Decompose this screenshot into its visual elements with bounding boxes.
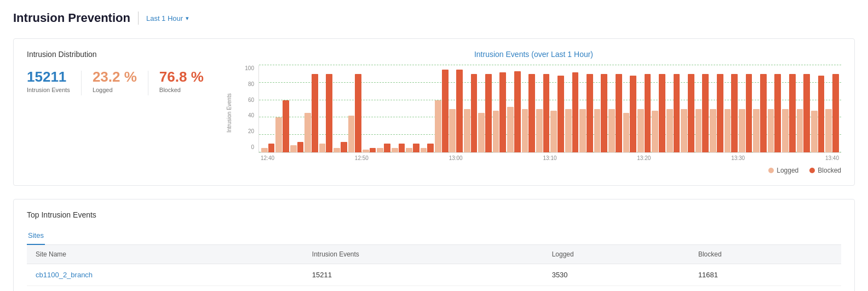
bar-pair — [435, 65, 448, 152]
bar-logged — [261, 148, 268, 152]
bar-pair — [464, 65, 477, 152]
tabs: Sites — [27, 227, 841, 245]
bar-logged — [290, 145, 297, 152]
table-header-row: Site Name Intrusion Events Logged Blocke… — [27, 245, 841, 264]
x-label-1340: 13:40 — [825, 155, 839, 161]
bar-blocked — [312, 74, 318, 152]
bar-logged — [652, 111, 658, 152]
bar-blocked — [283, 100, 289, 152]
bar-pair — [319, 65, 332, 152]
bar-pair — [522, 65, 535, 152]
bar-blocked — [499, 72, 506, 152]
bar-logged — [348, 116, 355, 152]
bar-blocked — [355, 74, 361, 152]
page-title: Intrusion Prevention — [13, 11, 130, 25]
y-label-40: 40 — [239, 112, 254, 118]
legend-label-blocked: Blocked — [818, 167, 841, 174]
x-label-1300: 13:00 — [449, 155, 463, 161]
col-site-name: Site Name — [27, 245, 303, 264]
bar-logged — [695, 109, 702, 153]
bar-pair — [493, 65, 506, 152]
bar-blocked — [297, 142, 304, 152]
stat-logged: 23.2 % Logged — [93, 69, 137, 93]
bar-logged — [334, 148, 340, 152]
sites-table: Site Name Intrusion Events Logged Blocke… — [27, 245, 841, 286]
y-label-100: 100 — [239, 65, 254, 71]
chart-legend: Logged Blocked — [226, 167, 841, 174]
bar-logged — [768, 109, 774, 153]
bar-logged — [725, 109, 731, 153]
bar-logged — [522, 109, 528, 153]
chart-area: Intrusion Events 100 80 60 40 20 0 — [226, 65, 841, 161]
stat-blocked: 76.8 % Blocked — [159, 69, 204, 93]
bar-logged — [363, 150, 369, 152]
bar-blocked — [370, 148, 376, 152]
chart-main: 12:40 12:50 13:00 13:10 13:20 13:30 13:4… — [258, 65, 841, 161]
bar-logged — [392, 148, 398, 152]
bar-logged — [275, 117, 282, 152]
x-label-1310: 13:10 — [543, 155, 556, 161]
header-divider — [138, 12, 139, 25]
legend-dot-logged — [768, 168, 774, 173]
bar-pair — [478, 65, 491, 152]
bar-logged — [507, 107, 514, 152]
bar-pair — [652, 65, 665, 152]
bar-blocked — [341, 142, 347, 152]
bar-logged — [608, 109, 615, 153]
bar-pair — [334, 65, 347, 152]
bar-logged — [825, 109, 832, 153]
col-logged: Logged — [543, 245, 689, 264]
bar-blocked — [456, 70, 463, 152]
cell-intrusion-events: 15211 — [303, 264, 543, 286]
bar-blocked — [587, 74, 593, 152]
bar-pair — [421, 65, 434, 152]
chart-panel: Intrusion Events (over Last 1 Hour) Intr… — [213, 50, 841, 174]
col-blocked: Blocked — [689, 245, 841, 264]
bar-pair — [392, 65, 405, 152]
bar-blocked — [630, 76, 636, 152]
time-filter-label: Last 1 Hour — [146, 14, 183, 22]
cell-site-name[interactable]: cb1100_2_branch — [27, 264, 303, 286]
bar-blocked — [384, 144, 390, 152]
bar-blocked — [760, 74, 767, 152]
bar-blocked — [413, 144, 419, 152]
stat-intrusion-events: 15211 Intrusion Events — [27, 69, 70, 93]
bar-logged — [536, 109, 543, 153]
bar-blocked — [399, 144, 405, 152]
bar-pair — [695, 65, 709, 152]
bar-blocked — [832, 74, 839, 152]
bar-blocked — [818, 76, 825, 152]
bar-logged — [710, 109, 716, 153]
bar-logged — [377, 148, 383, 152]
bar-blocked — [731, 74, 738, 152]
col-intrusion-events: Intrusion Events — [303, 245, 543, 264]
bar-logged — [681, 109, 687, 153]
legend-blocked: Blocked — [809, 167, 841, 174]
bar-logged — [811, 111, 818, 152]
chart-y-labels: 100 80 60 40 20 0 — [239, 65, 254, 161]
bar-blocked — [688, 74, 694, 152]
bar-pair — [768, 65, 781, 152]
bar-blocked — [659, 74, 665, 152]
y-label-80: 80 — [239, 81, 254, 87]
legend-logged: Logged — [768, 167, 798, 174]
x-label-1320: 13:20 — [637, 155, 651, 161]
stat-value-logged: 23.2 % — [93, 69, 137, 85]
bar-blocked — [572, 72, 579, 152]
x-label-1250: 12:50 — [355, 155, 369, 161]
bar-blocked — [601, 74, 607, 152]
time-filter-button[interactable]: Last 1 Hour ▾ — [146, 14, 189, 22]
view-more-sites[interactable]: View more affected Sites — [27, 286, 841, 291]
bar-blocked — [803, 74, 810, 152]
bar-pair — [348, 65, 361, 152]
tab-sites[interactable]: Sites — [27, 227, 45, 245]
distribution-title: Intrusion Distribution — [27, 50, 213, 59]
bar-blocked — [427, 144, 434, 152]
stat-label-blocked: Blocked — [159, 87, 204, 93]
bar-logged — [565, 109, 572, 153]
cell-blocked: 11681 — [689, 264, 841, 286]
bar-pair — [782, 65, 795, 152]
chart-grid — [258, 65, 841, 153]
stat-label-logged: Logged — [93, 87, 137, 93]
bar-pair — [608, 65, 622, 152]
